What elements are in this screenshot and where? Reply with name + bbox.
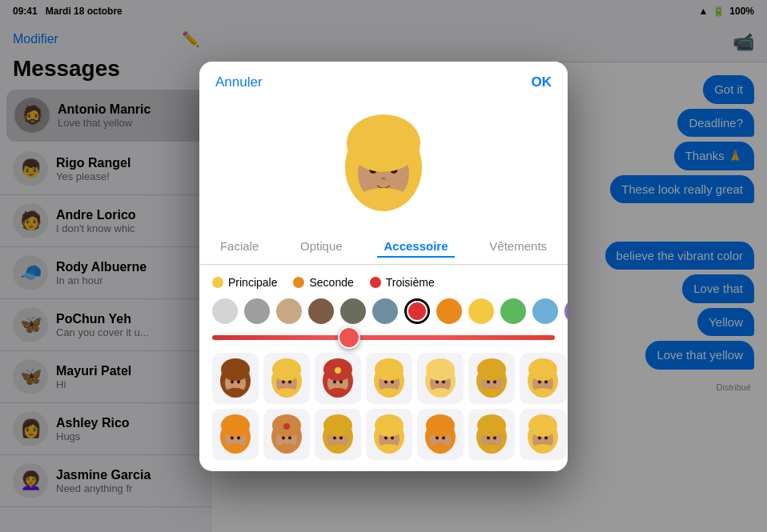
- color-swatch[interactable]: [564, 298, 568, 324]
- color-slider[interactable]: [212, 335, 555, 340]
- memoji-option[interactable]: [366, 409, 412, 460]
- color-swatch[interactable]: [372, 298, 398, 324]
- cancel-button[interactable]: Annuler: [215, 74, 263, 90]
- modal-overlay: Annuler OK: [0, 0, 767, 532]
- color-swatch[interactable]: [340, 298, 366, 324]
- color-label-text: Troisième: [386, 276, 435, 289]
- svg-point-20: [277, 388, 296, 396]
- color-swatch[interactable]: [500, 298, 526, 324]
- color-swatch[interactable]: [532, 298, 558, 324]
- color-label: Seconde: [293, 276, 353, 289]
- modal-tab-optique[interactable]: Optique: [294, 236, 349, 258]
- svg-point-88: [482, 444, 501, 452]
- modal-header: Annuler OK: [199, 62, 568, 97]
- svg-point-81: [426, 414, 455, 437]
- color-label: Principale: [212, 276, 277, 289]
- svg-point-19: [272, 358, 301, 381]
- svg-point-69: [323, 414, 352, 437]
- modal-tab-accessoire[interactable]: Accessoire: [377, 236, 454, 258]
- svg-point-70: [328, 444, 347, 452]
- color-swatch[interactable]: [468, 298, 494, 324]
- slider-thumb[interactable]: [338, 326, 360, 349]
- color-label-text: Seconde: [309, 276, 353, 289]
- memoji-option[interactable]: [315, 409, 361, 460]
- color-label-text: Principale: [228, 276, 277, 289]
- svg-point-38: [426, 358, 455, 381]
- ok-button[interactable]: OK: [532, 74, 552, 90]
- svg-point-26: [328, 388, 347, 396]
- modal-tab-vetements[interactable]: Vêtements: [483, 236, 553, 258]
- svg-point-32: [375, 358, 404, 381]
- memoji-svg: [331, 103, 436, 223]
- svg-point-44: [477, 358, 506, 381]
- memoji-option[interactable]: [468, 353, 515, 404]
- avatar-preview: [199, 97, 568, 236]
- memoji-option[interactable]: [366, 353, 412, 404]
- svg-point-63: [277, 444, 296, 452]
- svg-point-93: [528, 414, 557, 437]
- memoji-option[interactable]: [520, 353, 566, 404]
- memoji-option[interactable]: [263, 409, 310, 460]
- svg-point-7: [347, 114, 420, 172]
- color-swatch[interactable]: [404, 298, 430, 324]
- color-swatches: [212, 298, 555, 324]
- color-dot: [293, 277, 304, 288]
- memoji-preview-image: [331, 103, 436, 223]
- modal-body: PrincipaleSecondeTroisième: [199, 265, 568, 471]
- svg-point-94: [533, 444, 552, 452]
- memoji-option[interactable]: [263, 353, 310, 404]
- color-dot: [212, 277, 223, 288]
- memoji-option[interactable]: [315, 353, 361, 404]
- memoji-option[interactable]: [212, 409, 259, 460]
- svg-point-75: [375, 414, 404, 437]
- color-swatch[interactable]: [276, 298, 302, 324]
- svg-point-45: [482, 388, 501, 396]
- modal-tab-faciale[interactable]: Faciale: [214, 236, 265, 258]
- color-swatch[interactable]: [212, 298, 238, 324]
- memoji-grid: [212, 353, 555, 460]
- svg-point-76: [379, 444, 399, 452]
- svg-point-56: [221, 414, 250, 437]
- memoji-option[interactable]: [212, 353, 259, 404]
- memoji-option[interactable]: [417, 353, 464, 404]
- memoji-option[interactable]: [417, 409, 464, 460]
- svg-point-8: [359, 188, 408, 207]
- svg-point-39: [431, 388, 450, 396]
- memoji-option[interactable]: [468, 409, 515, 460]
- svg-point-14: [226, 388, 245, 396]
- color-dot: [370, 277, 381, 288]
- svg-point-13: [221, 358, 250, 381]
- color-swatch[interactable]: [436, 298, 462, 324]
- svg-point-87: [477, 414, 506, 437]
- svg-point-33: [379, 388, 399, 396]
- svg-point-57: [226, 444, 245, 452]
- color-label: Troisième: [370, 276, 435, 289]
- svg-point-6: [381, 177, 386, 180]
- svg-point-50: [528, 358, 557, 381]
- svg-point-27: [335, 367, 341, 374]
- color-swatch[interactable]: [244, 298, 270, 324]
- svg-point-51: [533, 388, 552, 396]
- memoji-modal: Annuler OK: [199, 62, 568, 471]
- color-labels: PrincipaleSecondeTroisième: [212, 276, 555, 289]
- modal-tabs: FacialeOptiqueAccessoireVêtements: [199, 236, 568, 265]
- color-swatch[interactable]: [308, 298, 334, 324]
- svg-point-82: [431, 444, 450, 452]
- svg-point-64: [283, 423, 290, 430]
- memoji-option[interactable]: [520, 409, 566, 460]
